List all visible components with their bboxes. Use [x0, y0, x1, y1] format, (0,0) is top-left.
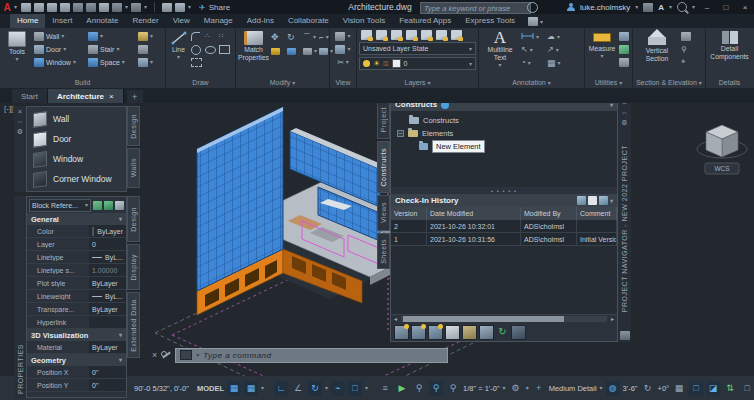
command-customize-wrench-icon[interactable]	[161, 350, 171, 360]
props-tab-design[interactable]: Design	[127, 196, 140, 242]
search-icon[interactable]	[527, 2, 538, 13]
properties-rail[interactable]: PROPERTIES	[14, 196, 26, 398]
roof-slab-button[interactable]: ▾	[88, 30, 136, 42]
iso-caret-icon[interactable]: ▾	[325, 385, 328, 391]
prop-row-material[interactable]: Material ByLayer	[27, 341, 126, 354]
props-tab-display[interactable]: Display	[127, 244, 140, 290]
section-3d-visualization[interactable]: 3D Visualization▾	[27, 329, 126, 341]
help-caret-icon[interactable]: ▾	[692, 4, 695, 10]
tree-item-constructs[interactable]: Constructs	[397, 114, 617, 127]
circle-tool-icon[interactable]	[191, 44, 205, 56]
col-date-modified[interactable]: Date Modified	[427, 207, 521, 220]
app-menu-caret-icon[interactable]: ▾	[14, 4, 17, 10]
rotation-icon[interactable]: ↻	[641, 381, 655, 396]
graphics-performance-icon[interactable]: ⇅	[723, 381, 737, 396]
file-tab-close-icon[interactable]: ×	[109, 92, 114, 101]
undo-icon[interactable]	[112, 3, 122, 12]
autodesk-caret-icon[interactable]: ▾	[669, 4, 672, 10]
grid-display-icon[interactable]: ▦	[227, 381, 241, 396]
props-tab-extended-data[interactable]: Extended Data	[127, 292, 140, 358]
osnap-caret-icon[interactable]: ▾	[365, 385, 368, 391]
current-layer-select[interactable]: ☀ ⚿ 0 ▾	[359, 57, 476, 70]
cell-button[interactable]	[138, 43, 162, 55]
rotate-tool-icon[interactable]: ↻	[287, 31, 303, 43]
table-cell[interactable]: ADS\cholmsl	[521, 233, 577, 246]
col-comment[interactable]: Comment	[577, 207, 617, 220]
quick-select-icon[interactable]	[619, 43, 629, 55]
polar-tracking-icon[interactable]: ∠	[291, 381, 305, 396]
tree-item-new-element[interactable]: New Element	[397, 140, 617, 153]
layer-properties-icon[interactable]	[361, 30, 372, 40]
layer-state-select[interactable]: Unsaved Layer State ▾	[359, 42, 476, 55]
rotation-angle-value[interactable]: +0°	[658, 384, 670, 393]
tab-addins[interactable]: Add-ins	[240, 14, 281, 28]
detail-level-value[interactable]: Medium Detail	[549, 384, 597, 393]
section-geometry[interactable]: Geometry▾	[27, 354, 126, 366]
refresh-project-icon[interactable]: ↻	[496, 326, 509, 339]
add-category-icon[interactable]	[394, 325, 409, 340]
annotation-mark-icon[interactable]: ◔▾	[521, 57, 547, 69]
history-caret-icon[interactable]: ▾	[610, 198, 613, 204]
checkin-history-header[interactable]: Check-In History ▾	[391, 194, 617, 207]
history-user-icon[interactable]	[577, 196, 586, 205]
calculator-icon[interactable]	[619, 56, 629, 68]
nav-tab-views[interactable]: Views	[377, 195, 390, 231]
history-list-icon[interactable]	[588, 196, 597, 205]
palette-tool-window[interactable]: Window	[33, 150, 126, 168]
match-properties-button[interactable]: Match Properties	[238, 30, 269, 77]
tool-palette-close-icon[interactable]: ×	[18, 108, 22, 115]
gear-caret-icon[interactable]: ▾	[526, 385, 529, 391]
tab-collaborate[interactable]: Collaborate	[281, 14, 336, 28]
layer-walk-icon[interactable]	[451, 30, 462, 40]
workspace-icon[interactable]	[528, 17, 538, 26]
new-element-name-edit[interactable]: New Element	[432, 140, 485, 153]
snap-caret-icon[interactable]: ▾	[261, 385, 264, 391]
hardware-accel-icon[interactable]: □	[689, 381, 703, 396]
view-style-tool-icon[interactable]: ▾	[335, 43, 350, 55]
redo-caret-icon[interactable]: ▾	[144, 4, 147, 10]
viewcube[interactable]: WCS	[697, 125, 747, 174]
autocad-logo[interactable]: A	[0, 1, 14, 13]
project-home-icon[interactable]	[462, 325, 477, 340]
annotation-scale-value[interactable]: 1/8" = 1'-0"	[463, 384, 500, 393]
tab-featured-apps[interactable]: Featured Apps	[392, 14, 458, 28]
table-cell[interactable]	[577, 220, 617, 233]
clean-screen-icon[interactable]: □	[740, 381, 754, 396]
scroll-thumb[interactable]	[403, 316, 564, 322]
ellipse-tool-icon[interactable]	[205, 44, 219, 56]
isometric-drafting-icon[interactable]: ↻	[308, 381, 322, 396]
undo-caret-icon[interactable]: ▾	[125, 4, 128, 10]
sheet-set-icon[interactable]	[175, 3, 185, 12]
table-tool-icon[interactable]: ▦▾	[547, 57, 573, 69]
view-cut-tool-icon[interactable]: ✂▾	[337, 56, 349, 68]
autoscale-icon[interactable]: ⚲	[429, 381, 443, 396]
tab-annotate[interactable]: Annotate	[79, 14, 125, 28]
arc-tool-icon[interactable]	[191, 31, 205, 43]
collapse-icon[interactable]: –	[397, 130, 404, 137]
mleader-tool-icon[interactable]: ↗▾	[547, 44, 573, 56]
nav-tab-project[interactable]: Project	[377, 101, 390, 139]
prop-row-plot-style[interactable]: Plot style ByLayer	[27, 277, 126, 290]
erase-tool-icon[interactable]	[271, 45, 287, 57]
palette-tab-design[interactable]: Design	[127, 106, 140, 146]
prop-row-hyperlink[interactable]: Hyperlink	[27, 316, 126, 329]
add-construct-icon[interactable]	[411, 325, 426, 340]
layer-match-icon[interactable]	[436, 30, 447, 40]
table-cell[interactable]: ADS\cholmsl	[521, 220, 577, 233]
prop-row-linetype-scale[interactable]: Linetype s... 1.00000	[27, 264, 126, 277]
add-element-icon[interactable]	[428, 325, 443, 340]
new-file-icon[interactable]	[21, 3, 31, 12]
tab-home[interactable]: Home	[10, 14, 45, 28]
scale-caret-icon[interactable]: ▾	[503, 385, 506, 391]
revcloud-tool-icon[interactable]: ☁▾	[547, 31, 573, 43]
prop-row-position-y[interactable]: Position Y 0"	[27, 379, 126, 392]
detail-components-button[interactable]: Detail Components	[708, 30, 751, 77]
annotation-scale-person-icon[interactable]: ⚲	[446, 381, 460, 396]
copy-tool-icon[interactable]	[287, 45, 303, 57]
coordinates-display[interactable]: 90'-0 5/32", 0'-0"	[134, 384, 189, 393]
door-button[interactable]: Door▾	[34, 43, 86, 55]
box-button[interactable]: ▾	[138, 56, 162, 68]
nav-tab-sheets[interactable]: Sheets	[377, 233, 390, 269]
elevation-marker-icon[interactable]: ⌖	[681, 56, 691, 68]
prop-row-color[interactable]: Color ByLayer	[27, 225, 126, 238]
